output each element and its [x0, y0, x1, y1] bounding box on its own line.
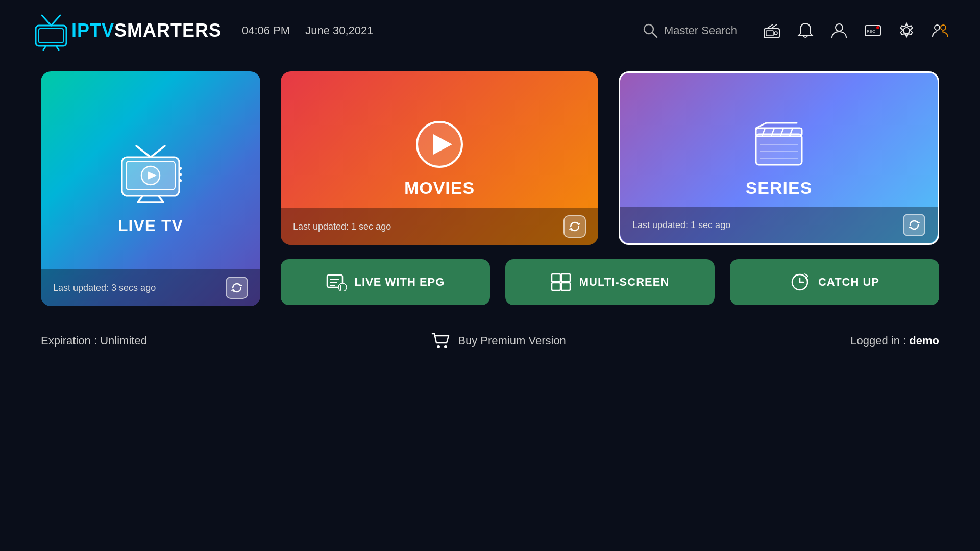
- settings-icon[interactable]: [897, 21, 916, 40]
- cart-icon: [431, 332, 450, 350]
- buy-premium-label: Buy Premium Version: [458, 334, 566, 347]
- bottom-buttons: i LIVE WITH EPG MULTI-SCREEN: [281, 259, 939, 305]
- movies-updated: Last updated: 1 sec ago: [293, 221, 391, 232]
- search-icon: [643, 23, 658, 38]
- svg-point-19: [941, 25, 946, 30]
- catch-up-label: CATCH UP: [818, 276, 879, 289]
- right-column: MOVIES Last updated: 1 sec ago: [281, 71, 939, 305]
- movies-card[interactable]: MOVIES Last updated: 1 sec ago: [281, 71, 598, 245]
- svg-point-18: [935, 25, 940, 30]
- svg-line-29: [138, 196, 143, 202]
- search-label: Master Search: [664, 24, 737, 37]
- svg-rect-54: [561, 283, 570, 290]
- live-epg-button[interactable]: i LIVE WITH EPG: [281, 259, 490, 305]
- radio-icon[interactable]: [763, 21, 781, 40]
- svg-rect-53: [552, 283, 560, 290]
- user-icon[interactable]: [830, 21, 848, 40]
- time-display: 04:06 PM: [242, 24, 290, 37]
- top-cards: MOVIES Last updated: 1 sec ago: [281, 71, 939, 245]
- svg-rect-9: [766, 31, 773, 36]
- search-bar[interactable]: Master Search: [643, 23, 737, 38]
- cards-row: LIVE TV Last updated: 3 secs ago: [41, 71, 939, 306]
- expiration-value: Unlimited: [100, 334, 147, 347]
- svg-line-21: [151, 146, 165, 157]
- svg-text:REC: REC: [867, 29, 875, 34]
- catch-up-button[interactable]: CATCH UP: [730, 259, 939, 305]
- live-epg-icon: i: [326, 273, 347, 291]
- multi-screen-icon: [551, 273, 571, 291]
- live-tv-title: LIVE TV: [118, 216, 183, 235]
- logged-in-user: demo: [909, 334, 939, 347]
- svg-point-28: [179, 179, 182, 182]
- logged-in-area: Logged in : demo: [850, 334, 939, 347]
- series-refresh-button[interactable]: [903, 214, 925, 236]
- record-icon[interactable]: REC: [864, 21, 882, 40]
- series-title: SERIES: [746, 178, 813, 198]
- series-clapper-icon: [751, 119, 807, 170]
- svg-line-20: [136, 146, 151, 157]
- svg-line-0: [42, 15, 51, 26]
- svg-rect-34: [756, 134, 802, 165]
- movies-title: MOVIES: [404, 178, 475, 198]
- catch-up-icon: [790, 273, 810, 291]
- live-tv-footer: Last updated: 3 secs ago: [41, 269, 260, 306]
- logo-iptv: IPTV: [71, 20, 114, 41]
- bell-icon[interactable]: [796, 21, 815, 40]
- date-display: June 30,2021: [305, 24, 373, 37]
- series-card[interactable]: SERIES Last updated: 1 sec ago: [619, 71, 939, 245]
- expiration-label: Expiration :: [41, 334, 100, 347]
- tv-card-icon: [115, 143, 186, 206]
- movies-play-icon: [414, 119, 465, 170]
- series-updated: Last updated: 1 sec ago: [632, 220, 730, 231]
- svg-line-30: [158, 196, 163, 202]
- movies-footer: Last updated: 1 sec ago: [281, 208, 598, 245]
- datetime: 04:06 PM June 30,2021: [242, 24, 374, 37]
- logo-icon: [31, 10, 71, 51]
- footer: Expiration : Unlimited Buy Premium Versi…: [0, 316, 980, 350]
- live-epg-label: LIVE WITH EPG: [355, 276, 445, 289]
- svg-point-10: [774, 32, 777, 35]
- svg-rect-3: [39, 29, 63, 43]
- svg-point-57: [444, 345, 447, 348]
- svg-rect-52: [561, 274, 570, 282]
- logo-area: IPTVSMARTERS: [31, 10, 222, 51]
- svg-point-27: [179, 173, 182, 176]
- logged-in-label: Logged in :: [850, 334, 909, 347]
- svg-point-13: [836, 24, 843, 31]
- logo-text: IPTVSMARTERS: [71, 20, 222, 41]
- header: IPTVSMARTERS 04:06 PM June 30,2021 Maste…: [0, 0, 980, 61]
- multi-screen-label: MULTI-SCREEN: [579, 276, 670, 289]
- series-footer: Last updated: 1 sec ago: [620, 207, 938, 243]
- svg-line-7: [652, 33, 657, 37]
- live-tv-card[interactable]: LIVE TV Last updated: 3 secs ago: [41, 71, 260, 306]
- movies-refresh-button[interactable]: [564, 215, 586, 238]
- svg-point-26: [179, 167, 182, 170]
- switch-user-icon[interactable]: [931, 21, 949, 40]
- svg-point-17: [903, 28, 910, 34]
- main-content: LIVE TV Last updated: 3 secs ago: [0, 61, 980, 316]
- buy-premium-button[interactable]: Buy Premium Version: [431, 332, 566, 350]
- svg-text:i: i: [340, 284, 342, 291]
- svg-line-1: [51, 15, 60, 26]
- svg-rect-51: [552, 274, 560, 282]
- live-tv-refresh-button[interactable]: [226, 277, 248, 299]
- multi-screen-button[interactable]: MULTI-SCREEN: [505, 259, 715, 305]
- logo-smarters: SMARTERS: [114, 20, 222, 41]
- svg-point-16: [876, 26, 879, 29]
- header-icons: REC: [763, 21, 949, 40]
- expiration-area: Expiration : Unlimited: [41, 334, 147, 347]
- live-tv-updated: Last updated: 3 secs ago: [53, 283, 156, 293]
- svg-point-56: [437, 345, 440, 348]
